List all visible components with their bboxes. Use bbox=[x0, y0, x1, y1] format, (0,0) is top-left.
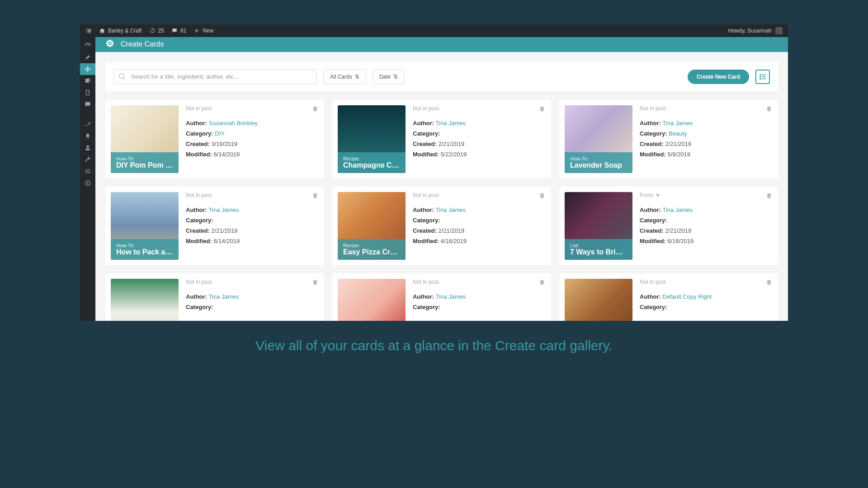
card-author[interactable]: Tina James bbox=[436, 293, 466, 300]
card-item[interactable]: Not in post.Author: Tina JamesCategory: bbox=[105, 273, 324, 321]
card-post-status[interactable]: Posts ▼ bbox=[640, 192, 773, 198]
card-item[interactable]: How-To:How to Pack a ...Not in post.Auth… bbox=[105, 187, 324, 265]
new-content-link[interactable]: New bbox=[193, 28, 213, 34]
plug-icon bbox=[84, 132, 91, 140]
card-modified: 4/16/2019 bbox=[440, 238, 467, 244]
card-thumbnail[interactable]: How-To:DIY Pom Pom D... bbox=[111, 105, 179, 173]
filter-all-cards[interactable]: All Cards⇅ bbox=[323, 69, 366, 84]
avatar[interactable] bbox=[775, 27, 783, 34]
card-type-label: How-To: bbox=[116, 243, 173, 248]
card-category[interactable]: DIY bbox=[215, 130, 225, 137]
sidebar-media[interactable] bbox=[80, 75, 95, 87]
collapse-icon bbox=[84, 179, 91, 187]
wp-admin-frame: Barley & Craft 25 81 New Howdy, Susannah bbox=[80, 24, 788, 321]
flower-icon bbox=[84, 66, 91, 73]
card-item[interactable]: How-To:DIY Pom Pom D...Not in post.Autho… bbox=[105, 100, 324, 178]
card-title: Easy Pizza Crust bbox=[343, 248, 400, 256]
chevron-down-icon: ▼ bbox=[655, 192, 660, 198]
card-item[interactable]: How-To:Lavender SoapNot in post.Author: … bbox=[559, 100, 778, 178]
card-post-status: Not in post. bbox=[186, 192, 319, 198]
card-created: 2/21/2019 bbox=[211, 227, 237, 234]
card-type-label: Recipe: bbox=[343, 156, 400, 161]
sidebar-create-cards[interactable] bbox=[80, 63, 95, 75]
sidebar-pages[interactable] bbox=[80, 87, 95, 99]
page-icon bbox=[84, 89, 91, 96]
delete-card-button[interactable] bbox=[538, 279, 546, 287]
sort-icon: ⇅ bbox=[355, 74, 359, 80]
delete-card-button[interactable] bbox=[765, 105, 773, 114]
toolbar: All Cards⇅ Date⇅ Create New Card bbox=[105, 62, 778, 92]
list-view-toggle[interactable] bbox=[755, 70, 770, 84]
card-thumbnail[interactable] bbox=[565, 279, 632, 321]
card-title: Champagne Co... bbox=[343, 161, 400, 169]
card-modified: 6/14/2019 bbox=[213, 151, 240, 158]
card-title: Lavender Soap bbox=[570, 161, 627, 169]
plus-icon bbox=[193, 28, 200, 34]
delete-card-button[interactable] bbox=[765, 192, 773, 201]
card-author[interactable]: Tina James bbox=[663, 120, 693, 127]
svg-point-4 bbox=[89, 68, 90, 70]
card-thumbnail[interactable]: Recipe:Champagne Co... bbox=[338, 105, 406, 173]
card-thumbnail[interactable]: How-To:How to Pack a ... bbox=[111, 192, 179, 260]
sidebar-tools[interactable] bbox=[80, 154, 95, 165]
delete-card-button[interactable] bbox=[311, 105, 319, 114]
sidebar-comments[interactable] bbox=[80, 99, 95, 110]
card-thumbnail[interactable] bbox=[338, 279, 406, 321]
refresh-count: 25 bbox=[158, 28, 164, 34]
sidebar-posts[interactable] bbox=[80, 52, 95, 63]
brush-icon bbox=[84, 121, 91, 128]
card-thumbnail[interactable]: How-To:Lavender Soap bbox=[565, 105, 632, 173]
delete-card-button[interactable] bbox=[538, 105, 546, 114]
delete-card-button[interactable] bbox=[311, 192, 319, 201]
card-item[interactable]: List:7 Ways to Bring...Posts ▼Author: Ti… bbox=[559, 187, 778, 265]
site-name-link[interactable]: Barley & Craft bbox=[99, 28, 142, 34]
card-author[interactable]: Tina James bbox=[209, 293, 239, 300]
card-created: 2/21/2019 bbox=[438, 227, 464, 234]
card-post-status: Not in post. bbox=[640, 105, 773, 112]
greeting[interactable]: Howdy, Susannah bbox=[728, 28, 772, 34]
delete-card-button[interactable] bbox=[765, 279, 773, 287]
card-post-status: Not in post. bbox=[413, 192, 546, 198]
card-item[interactable]: Recipe:Easy Pizza CrustNot in post.Autho… bbox=[332, 187, 551, 265]
wp-logo[interactable] bbox=[85, 28, 92, 34]
create-new-card-button[interactable]: Create New Card bbox=[688, 70, 749, 84]
comments-count: 81 bbox=[180, 28, 186, 34]
card-category[interactable]: Beauty bbox=[669, 130, 687, 137]
comments-link[interactable]: 81 bbox=[171, 28, 186, 34]
list-icon bbox=[759, 73, 767, 81]
svg-rect-20 bbox=[762, 76, 766, 77]
filter-date[interactable]: Date⇅ bbox=[373, 69, 405, 84]
sidebar-plugins[interactable] bbox=[80, 130, 95, 142]
card-author[interactable]: Tina James bbox=[436, 206, 466, 213]
card-author[interactable]: Tina James bbox=[209, 206, 239, 213]
sidebar-settings[interactable] bbox=[80, 165, 95, 177]
sidebar-users[interactable] bbox=[80, 142, 95, 154]
card-item[interactable]: Recipe:Champagne Co...Not in post.Author… bbox=[332, 100, 551, 178]
card-author[interactable]: Tina James bbox=[663, 206, 693, 213]
updates-link[interactable]: 25 bbox=[149, 28, 164, 34]
card-thumbnail[interactable] bbox=[111, 279, 179, 321]
sidebar-collapse[interactable] bbox=[80, 177, 95, 189]
card-thumbnail[interactable]: Recipe:Easy Pizza Crust bbox=[338, 192, 406, 260]
svg-rect-19 bbox=[760, 76, 761, 77]
card-author[interactable]: Susannah Brinkley bbox=[209, 120, 258, 127]
card-modified: 5/22/2019 bbox=[440, 151, 467, 158]
card-title: 7 Ways to Bring... bbox=[570, 248, 627, 256]
card-type-label: Recipe: bbox=[343, 243, 400, 248]
card-post-status: Not in post. bbox=[640, 279, 773, 285]
delete-card-button[interactable] bbox=[311, 279, 319, 287]
search-input[interactable] bbox=[113, 69, 317, 84]
card-author[interactable]: Default Copy Right bbox=[663, 293, 712, 300]
delete-card-button[interactable] bbox=[538, 192, 546, 201]
card-author[interactable]: Tina James bbox=[436, 120, 466, 127]
wordpress-icon bbox=[85, 28, 92, 34]
card-grid: How-To:DIY Pom Pom D...Not in post.Autho… bbox=[105, 100, 778, 321]
card-created: 2/21/2019 bbox=[438, 141, 464, 147]
svg-point-0 bbox=[87, 69, 89, 70]
card-item[interactable]: Not in post.Author: Tina JamesCategory: bbox=[332, 273, 551, 321]
sidebar-appearance[interactable] bbox=[80, 118, 95, 130]
card-thumbnail[interactable]: List:7 Ways to Bring... bbox=[565, 192, 632, 260]
sidebar-dashboard[interactable] bbox=[80, 40, 95, 52]
sort-icon: ⇅ bbox=[393, 74, 398, 80]
card-item[interactable]: Not in post.Author: Default Copy RightCa… bbox=[559, 273, 778, 321]
